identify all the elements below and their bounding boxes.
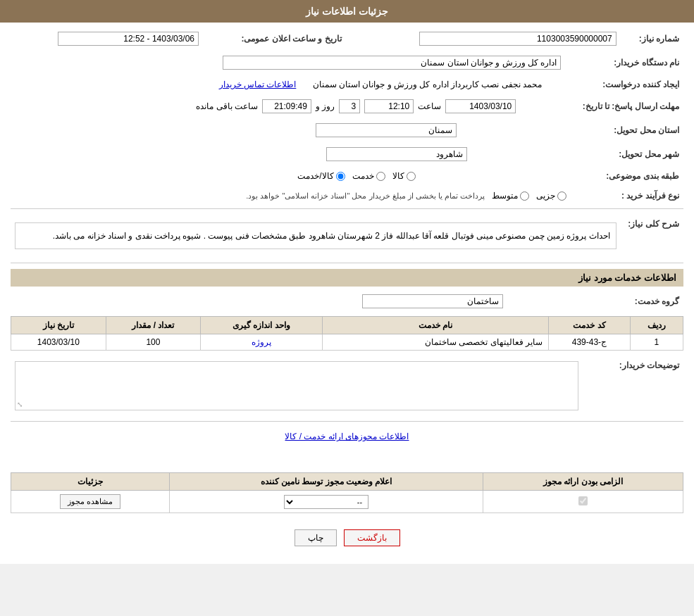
perm-col-required: الزامی بودن ارائه مجوز (483, 473, 683, 491)
table-row: 1 ج-43-439 سایر فعالیتهای تخصصی ساختمان … (11, 334, 683, 351)
buyer-notes-box: ⤡ (15, 361, 578, 410)
perm-view-button[interactable]: مشاهده مجوز (60, 494, 120, 509)
deadline-date: 1403/03/10 (445, 99, 516, 113)
description-text: احداث پروژه زمین چمن مصنوعی مینی فوتبال … (15, 222, 616, 249)
service-group-value: ساختمان (362, 294, 503, 308)
need-number-value: 1103003590000007 (419, 32, 616, 46)
permissions-table: الزامی بودن ارائه مجوز اعلام وضعیت مجوز … (11, 472, 683, 513)
perm-status-cell: -- (170, 491, 483, 513)
buyer-org-value: اداره کل ورزش و جوانان استان سمنان (223, 56, 561, 70)
buyer-org-label: نام دستگاه خریدار: (565, 54, 683, 72)
description-section-label: شرح کلی نیاز: (621, 215, 683, 257)
need-number-label: شماره نیاز: (621, 30, 683, 48)
process-motavaset-radio[interactable] (520, 191, 529, 201)
bottom-buttons: بازگشت چاپ (11, 519, 683, 557)
category-kala-khedmat-radio[interactable] (336, 172, 345, 181)
creator-label: ایجاد کننده درخواست: (546, 77, 683, 92)
back-button[interactable]: بازگشت (344, 529, 400, 546)
perm-required-cell (483, 491, 683, 513)
deadline-days-label: روز و (316, 101, 335, 111)
col-header-date: تاریخ نیاز (11, 317, 106, 334)
row-need-date: 1403/03/10 (11, 334, 106, 351)
deadline-remaining: 21:09:49 (262, 99, 311, 113)
creator-contact-link[interactable]: اطلاعات تماس خریدار (219, 80, 297, 89)
perm-col-details: جزئیات (11, 473, 170, 491)
row-unit: پروژه (201, 334, 322, 351)
city-label: شهر محل تحویل: (471, 145, 683, 163)
deadline-time-label: ساعت (418, 101, 441, 111)
creator-value: محمد نجفی نصب کاربرداز اداره کل ورزش و ج… (313, 80, 542, 89)
category-kala-khedmat-label: کالا/خدمت (297, 171, 333, 181)
print-button[interactable]: چاپ (295, 529, 337, 546)
perm-col-status: اعلام وضعیت مجوز توسط نامین کننده (170, 473, 483, 491)
deadline-days: 3 (339, 99, 360, 113)
row-qty: 100 (106, 334, 201, 351)
row-code: ج-43-439 (548, 334, 630, 351)
service-group-label: گروه خدمت: (507, 292, 683, 310)
process-motavaset-label: متوسط (492, 191, 518, 201)
page-header: جزئیات اطلاعات نیاز (0, 0, 694, 23)
permissions-row: -- مشاهده مجوز (11, 491, 683, 513)
col-header-qty: تعداد / مقدار (106, 317, 201, 334)
services-table: ردیف کد خدمت نام خدمت واحد اندازه گیری ت… (11, 316, 683, 351)
divider-2 (11, 263, 683, 263)
process-jozi-radio[interactable] (557, 191, 566, 201)
process-jozi-label: جزیی (536, 191, 555, 201)
process-note: پرداخت تمام یا بخشی از مبلغ خریدار محل "… (246, 191, 485, 201)
row-service-name: سایر فعالیتهای تخصصی ساختمان (322, 334, 548, 351)
category-kala-label: کالا (392, 171, 404, 181)
deadline-label: مهلت ارسال پاسخ: تا تاریخ: (520, 97, 683, 115)
category-label: طبقه بندی موضوعی: (420, 169, 683, 183)
deadline-time: 12:10 (364, 99, 414, 113)
col-header-row: ردیف (630, 317, 683, 334)
announce-date-value: 1403/03/06 - 12:52 (58, 32, 199, 46)
col-header-code: کد خدمت (548, 317, 630, 334)
category-kala-radio[interactable] (407, 172, 416, 181)
divider-3 (11, 421, 683, 422)
perm-details-cell: مشاهده مجوز (11, 491, 170, 513)
province-value: سمنان (316, 123, 457, 137)
perm-required-checkbox (578, 496, 588, 505)
province-label: استان محل تحویل: (461, 121, 683, 139)
category-khedmat-radio[interactable] (376, 172, 385, 181)
divider-1 (11, 208, 683, 209)
announce-date-label: تاریخ و ساعت اعلان عمومی: (203, 30, 356, 48)
resize-handle: ⤡ (17, 401, 23, 408)
col-header-name: نام خدمت (322, 317, 548, 334)
row-number: 1 (630, 334, 683, 351)
deadline-remaining-label: ساعت باقی مانده (196, 101, 258, 111)
city-value: شاهرود (326, 147, 467, 161)
permissions-section-link[interactable]: اطلاعات مجوزهای ارائه خدمت / کالا (11, 427, 683, 446)
category-khedmat-label: خدمت (352, 171, 374, 181)
page-title: جزئیات اطلاعات نیاز (306, 6, 388, 17)
process-label: نوع فرآیند خرید : (571, 189, 683, 203)
col-header-unit: واحد اندازه گیری (201, 317, 322, 334)
buyer-notes-label: توضیحات خریدار: (583, 356, 683, 415)
perm-status-select[interactable]: -- (284, 495, 368, 509)
services-section-title: اطلاعات خدمات مورد نیاز (11, 269, 683, 287)
